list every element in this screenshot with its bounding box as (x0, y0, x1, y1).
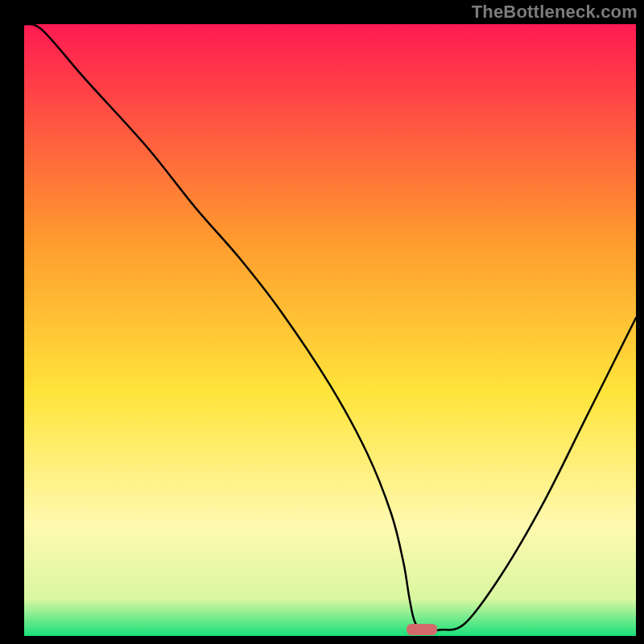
plot-area (24, 24, 636, 636)
watermark-text: TheBottleneck.com (472, 2, 638, 23)
chart-frame: TheBottleneck.com (0, 0, 644, 644)
chart-svg (0, 0, 644, 644)
optimal-marker (407, 624, 437, 635)
